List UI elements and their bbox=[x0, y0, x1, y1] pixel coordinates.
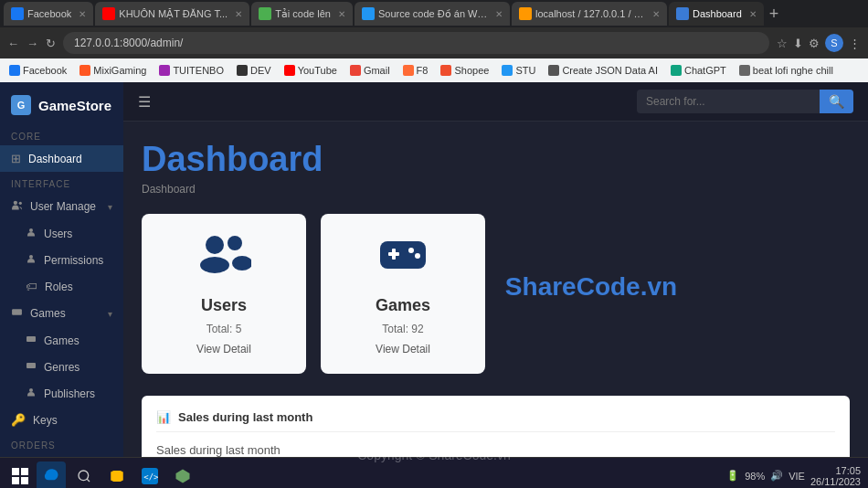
sidebar-logo: G GameStore bbox=[0, 82, 123, 124]
address-input[interactable] bbox=[63, 32, 769, 54]
taskbar-app-node[interactable] bbox=[168, 461, 197, 489]
sidebar-section-orders: ORDERS bbox=[0, 433, 123, 454]
search-button[interactable]: 🔍 bbox=[820, 90, 853, 113]
svg-point-28 bbox=[79, 471, 89, 481]
sidebar-item-dashboard[interactable]: ⊞ Dashboard bbox=[0, 145, 123, 172]
tab-source-code[interactable]: Source code Đồ án Websi... ✕ bbox=[355, 2, 510, 26]
taskbar-right: 🔋 98% 🔊 VIE 17:05 26/11/2023 bbox=[726, 465, 861, 487]
bm-dev[interactable]: DEV bbox=[233, 63, 275, 78]
bm-youtube[interactable]: YouTube bbox=[281, 63, 341, 78]
extensions-icon[interactable]: ⚙ bbox=[809, 37, 820, 50]
sidebar-item-roles[interactable]: 🏷 Roles bbox=[0, 273, 123, 300]
sidebar-item-games-group[interactable]: Games ▾ bbox=[0, 300, 123, 327]
taskbar-app-explorer[interactable] bbox=[102, 461, 132, 489]
refresh-button[interactable]: ↻ bbox=[46, 37, 56, 50]
new-tab-button[interactable]: + bbox=[769, 5, 779, 24]
tab-title: Source code Đồ án Websi... bbox=[378, 8, 488, 20]
taskbar-date-value: 26/11/2023 bbox=[810, 476, 861, 487]
back-button[interactable]: ← bbox=[7, 37, 19, 50]
svg-rect-26 bbox=[12, 477, 19, 484]
taskbar-app-search[interactable] bbox=[69, 461, 99, 489]
search-input[interactable] bbox=[637, 90, 820, 112]
users-icon bbox=[26, 227, 37, 240]
tab-title: Facebook bbox=[27, 8, 71, 19]
taskbar-app-code[interactable]: </> bbox=[135, 461, 164, 489]
tab-facebook[interactable]: Facebook ✕ bbox=[4, 2, 93, 26]
taskbar-apps: </> bbox=[37, 461, 723, 489]
sidebar-item-genres[interactable]: Genres bbox=[0, 354, 123, 380]
sidebar-section-core: CORE bbox=[0, 124, 123, 145]
app-wrapper: G GameStore CORE ⊞ Dashboard INTERFACE U… bbox=[0, 82, 868, 457]
permissions-icon bbox=[26, 253, 37, 267]
games-view-detail-link[interactable]: View Detail bbox=[376, 343, 430, 355]
svg-text:</>: </> bbox=[143, 472, 158, 481]
bm-gmail[interactable]: Gmail bbox=[346, 63, 394, 78]
bm-stu[interactable]: STU bbox=[498, 63, 539, 78]
sidebar-label-keys: Keys bbox=[33, 414, 112, 427]
bm-json-ai[interactable]: Create JSON Data AI bbox=[545, 63, 662, 78]
tab-close-icon[interactable]: ✕ bbox=[79, 9, 86, 19]
roles-icon: 🏷 bbox=[26, 280, 37, 293]
tab-close-icon[interactable]: ✕ bbox=[749, 9, 757, 19]
tab-close-icon[interactable]: ✕ bbox=[338, 9, 345, 19]
menu-icon[interactable]: ⋮ bbox=[849, 37, 861, 50]
main-content: ☰ 🔍 Dashboard Dashboard bbox=[123, 82, 868, 457]
users-card: Users Total: 5 View Detail bbox=[142, 214, 306, 374]
tab-favicon bbox=[11, 7, 24, 20]
keys-icon: 🔑 bbox=[11, 413, 26, 427]
profile-icon[interactable]: S bbox=[825, 34, 843, 52]
sidebar-section-interface: INTERFACE bbox=[0, 172, 123, 193]
bookmark-star-icon[interactable]: ☆ bbox=[777, 37, 788, 50]
cards-row: Users Total: 5 View Detail bbox=[142, 214, 850, 374]
users-view-detail-link[interactable]: View Detail bbox=[196, 343, 251, 355]
tab-tai-code[interactable]: Tải code lên ✕ bbox=[251, 2, 353, 26]
bm-mixi[interactable]: MixiGaming bbox=[76, 63, 150, 78]
tab-close-icon[interactable]: ✕ bbox=[235, 9, 242, 19]
tab-dashboard[interactable]: Dashboard ✕ bbox=[669, 2, 764, 26]
games-icon bbox=[26, 334, 37, 347]
sidebar-item-keys[interactable]: 🔑 Keys bbox=[0, 407, 123, 433]
taskbar: </> 🔋 98% 🔊 VIE 17:05 26/11/2023 bbox=[0, 457, 868, 488]
tab-close-icon[interactable]: ✕ bbox=[652, 9, 660, 19]
svg-point-14 bbox=[228, 236, 242, 250]
bm-chatgpt[interactable]: ChatGPT bbox=[667, 63, 730, 78]
sidebar-label-user-manage: User Manage bbox=[30, 200, 101, 213]
dashboard-icon: ⊞ bbox=[11, 152, 21, 165]
sidebar-label-games: Games bbox=[44, 334, 112, 347]
bm-shopee[interactable]: Shopee bbox=[437, 63, 492, 78]
svg-point-1 bbox=[19, 202, 22, 205]
bm-f8[interactable]: F8 bbox=[399, 63, 432, 78]
tab-title: Tải code lên bbox=[275, 8, 331, 20]
taskbar-app-edge[interactable] bbox=[37, 461, 66, 489]
logo-icon: G bbox=[11, 95, 31, 115]
svg-rect-18 bbox=[392, 249, 396, 260]
tab-khuon-mat[interactable]: KHUÔN MẶT ĐĂNG T... ✕ bbox=[95, 2, 249, 26]
forward-button[interactable]: → bbox=[26, 37, 38, 50]
tab-title: Dashboard bbox=[693, 8, 742, 19]
sidebar-item-games[interactable]: Games bbox=[0, 327, 123, 354]
svg-rect-25 bbox=[21, 468, 28, 475]
bm-tuitenbo[interactable]: TUITENBO bbox=[155, 63, 228, 78]
sidebar-item-users[interactable]: Users bbox=[0, 220, 123, 247]
tab-title: localhost / 127.0.0.1 / gam... bbox=[535, 8, 645, 19]
taskbar-lang: VIE bbox=[789, 471, 805, 482]
bm-facebook[interactable]: Facebook bbox=[5, 63, 70, 78]
bm-lofi[interactable]: beat lofi nghe chill bbox=[736, 63, 837, 78]
sidebar-item-permissions[interactable]: Permissions bbox=[0, 247, 123, 273]
games-card-total: Total: 92 bbox=[382, 323, 423, 335]
tab-close-icon[interactable]: ✕ bbox=[495, 9, 503, 19]
sidebar-item-publishers[interactable]: Publishers bbox=[0, 380, 123, 407]
svg-point-0 bbox=[14, 201, 17, 205]
start-button[interactable] bbox=[7, 463, 33, 489]
download-icon[interactable]: ⬇ bbox=[793, 37, 803, 50]
tab-localhost[interactable]: localhost / 127.0.0.1 / gam... ✕ bbox=[512, 2, 667, 26]
taskbar-clock: 17:05 26/11/2023 bbox=[810, 465, 861, 487]
chevron-down-icon-games: ▾ bbox=[108, 309, 112, 319]
users-card-title: Users bbox=[201, 296, 247, 315]
hamburger-menu-button[interactable]: ☰ bbox=[138, 93, 151, 111]
svg-point-2 bbox=[29, 228, 33, 232]
sidebar-item-user-manage[interactable]: User Manage ▾ bbox=[0, 193, 123, 220]
tab-favicon bbox=[259, 7, 271, 20]
chart-header: 📊 Sales during last month bbox=[156, 410, 835, 432]
brand-text: ShareCode.vn bbox=[505, 272, 677, 302]
